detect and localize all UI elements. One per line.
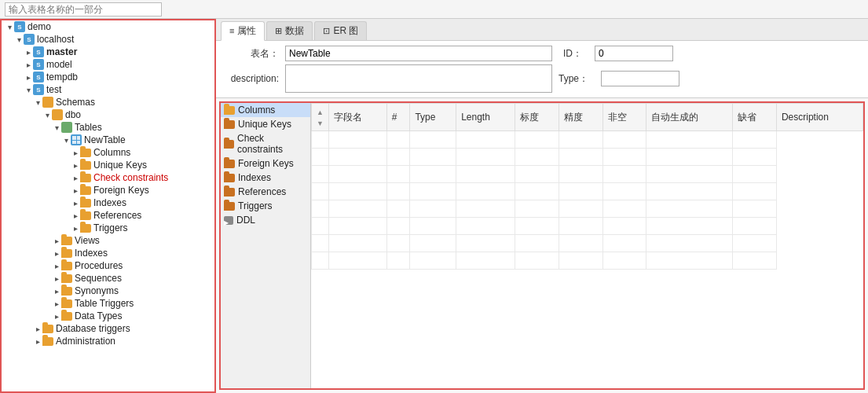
tree-label-db-triggers: Database triggers	[56, 323, 130, 334]
sidebar-item-references-nav[interactable]: ▸References	[2, 209, 214, 222]
sidebar-item-indexes-nav[interactable]: ▸Indexes	[2, 196, 214, 209]
table-name-row: 表名： ID：	[224, 46, 860, 61]
tree-node-ddl[interactable]: ▶DDL	[221, 213, 310, 227]
sidebar-item-test[interactable]: ▾Stest	[2, 83, 214, 96]
sidebar-item-master[interactable]: ▸Smaster	[2, 46, 214, 58]
col-header-8[interactable]: 缺省	[733, 104, 777, 131]
tree-toggle-references-nav[interactable]: ▸	[71, 211, 80, 220]
tree-toggle-views[interactable]: ▸	[52, 237, 61, 245]
col-header-4[interactable]: 标度	[515, 104, 559, 131]
left-panel: ▾Sdemo▾Slocalhost▸Smaster▸Smodel▸Stempdb…	[0, 19, 216, 393]
tree-toggle-db-triggers[interactable]: ▸	[33, 325, 42, 333]
sidebar-item-tempdb[interactable]: ▸Stempdb	[2, 71, 214, 83]
tab-properties[interactable]: ≡ 属性	[221, 21, 265, 41]
sidebar-item-table-triggers[interactable]: ▸Table Triggers	[2, 297, 214, 310]
sidebar-item-check-constraints-nav[interactable]: ▸Check constraints	[2, 171, 214, 184]
sidebar-item-db-triggers[interactable]: ▸Database triggers	[2, 322, 214, 335]
tree-node-unique-keys[interactable]: Unique Keys	[221, 117, 310, 131]
folder-icon	[42, 325, 53, 333]
tree-node-foreign-keys[interactable]: Foreign Keys	[221, 156, 310, 171]
tree-toggle-demo[interactable]: ▾	[5, 23, 14, 31]
tree-node-columns[interactable]: Columns	[221, 103, 310, 117]
tree-toggle-columns-nav[interactable]: ▸	[71, 149, 80, 157]
folder-icon	[80, 199, 91, 208]
folder-icon	[42, 337, 53, 346]
tree-toggle-newtable[interactable]: ▾	[61, 136, 71, 145]
type-row: Type：	[559, 71, 679, 86]
type-input[interactable]	[601, 71, 679, 86]
tree-toggle-indexes-nav[interactable]: ▸	[71, 199, 80, 208]
tree-toggle-master[interactable]: ▸	[24, 48, 33, 57]
tree-label-synonyms: Synonyms	[75, 285, 119, 296]
tree-toggle-sequences[interactable]: ▸	[52, 274, 61, 283]
table-name-input[interactable]	[285, 46, 552, 61]
tree-toggle-table-triggers[interactable]: ▸	[52, 299, 61, 308]
tree-toggle-tables[interactable]: ▾	[52, 123, 61, 132]
col-header-2[interactable]: Type	[410, 104, 456, 131]
sidebar-item-synonyms[interactable]: ▸Synonyms	[2, 285, 214, 297]
col-header-0[interactable]: 字段名	[328, 104, 386, 131]
tree-toggle-tempdb[interactable]: ▸	[24, 73, 33, 82]
table-area: ColumnsUnique KeysCheck constraintsForei…	[219, 101, 865, 390]
tab-er[interactable]: ⊡ ER 图	[314, 21, 367, 40]
sidebar-item-data-types[interactable]: ▸Data Types	[2, 310, 214, 322]
tree-toggle-schemas[interactable]: ▾	[33, 98, 42, 107]
sidebar-item-tables[interactable]: ▾Tables	[2, 121, 214, 134]
tree-toggle-check-constraints-nav[interactable]: ▸	[71, 174, 80, 182]
columns-folder-icon	[224, 106, 235, 115]
tree-toggle-localhost[interactable]: ▾	[14, 35, 24, 44]
sidebar-item-columns-nav[interactable]: ▸Columns	[2, 146, 214, 159]
tab-data[interactable]: ⊞ 数据	[266, 21, 313, 40]
col-header-6[interactable]: 非空	[602, 104, 646, 131]
table-group-icon	[61, 122, 72, 133]
sidebar-item-unique-keys-nav[interactable]: ▸Unique Keys	[2, 159, 214, 171]
sidebar-item-dbo[interactable]: ▾dbo	[2, 108, 214, 121]
tree-label-unique-keys-nav: Unique Keys	[93, 160, 147, 171]
sidebar-item-demo[interactable]: ▾Sdemo	[2, 20, 214, 33]
col-header-9[interactable]: Description	[776, 104, 863, 131]
sidebar-item-foreign-keys-nav[interactable]: ▸Foreign Keys	[2, 184, 214, 196]
sort-header[interactable]: ▲▼	[312, 104, 329, 131]
tree-toggle-procedures[interactable]: ▸	[52, 262, 61, 270]
sidebar-item-sequences[interactable]: ▸Sequences	[2, 272, 214, 285]
sidebar-item-localhost[interactable]: ▾Slocalhost	[2, 33, 214, 46]
table-left-tree: ColumnsUnique KeysCheck constraintsForei…	[221, 103, 311, 388]
sidebar-item-procedures[interactable]: ▸Procedures	[2, 259, 214, 272]
sidebar-item-model[interactable]: ▸Smodel	[2, 58, 214, 71]
tree-toggle-dbo[interactable]: ▾	[42, 111, 52, 119]
tree-toggle-synonyms[interactable]: ▸	[52, 287, 61, 296]
tree-toggle-administration[interactable]: ▸	[33, 337, 42, 346]
tree-toggle-unique-keys-nav[interactable]: ▸	[71, 161, 80, 170]
tree-node-label-indexes: Indexes	[238, 172, 271, 183]
tree-node-references[interactable]: References	[221, 185, 310, 199]
table-row	[312, 149, 863, 166]
tree-toggle-test[interactable]: ▾	[24, 86, 33, 94]
search-input[interactable]	[5, 2, 162, 17]
key-folder-icon	[224, 120, 235, 129]
sidebar-item-newtable[interactable]: ▾NewTable	[2, 134, 214, 146]
tree-toggle-model[interactable]: ▸	[24, 61, 33, 69]
col-header-5[interactable]: 精度	[559, 104, 602, 131]
tree-node-indexes[interactable]: Indexes	[221, 171, 310, 185]
id-input[interactable]	[595, 46, 673, 61]
tree-label-localhost: localhost	[37, 34, 74, 45]
sidebar-item-triggers-nav[interactable]: ▸Triggers	[2, 222, 214, 234]
sidebar-item-views[interactable]: ▸Views	[2, 234, 214, 247]
search-bar	[0, 0, 868, 19]
tree-toggle-data-types[interactable]: ▸	[52, 312, 61, 321]
tree-node-check-constraints[interactable]: Check constraints	[221, 131, 310, 156]
tree-node-triggers[interactable]: Triggers	[221, 199, 310, 213]
tree-toggle-foreign-keys-nav[interactable]: ▸	[71, 186, 80, 195]
sidebar-item-administration[interactable]: ▸Administration	[2, 335, 214, 347]
sidebar-item-indexes2[interactable]: ▸Indexes	[2, 247, 214, 259]
col-header-1[interactable]: #	[386, 104, 410, 131]
database-icon: S	[14, 21, 25, 32]
tree-toggle-indexes2[interactable]: ▸	[52, 249, 61, 258]
col-header-7[interactable]: 自动生成的	[646, 104, 733, 131]
table-row	[312, 218, 863, 235]
description-input[interactable]	[285, 64, 552, 93]
tree-toggle-triggers-nav[interactable]: ▸	[71, 224, 80, 233]
key-folder-icon	[224, 140, 234, 149]
col-header-3[interactable]: Length	[456, 104, 515, 131]
sidebar-item-schemas[interactable]: ▾Schemas	[2, 96, 214, 108]
